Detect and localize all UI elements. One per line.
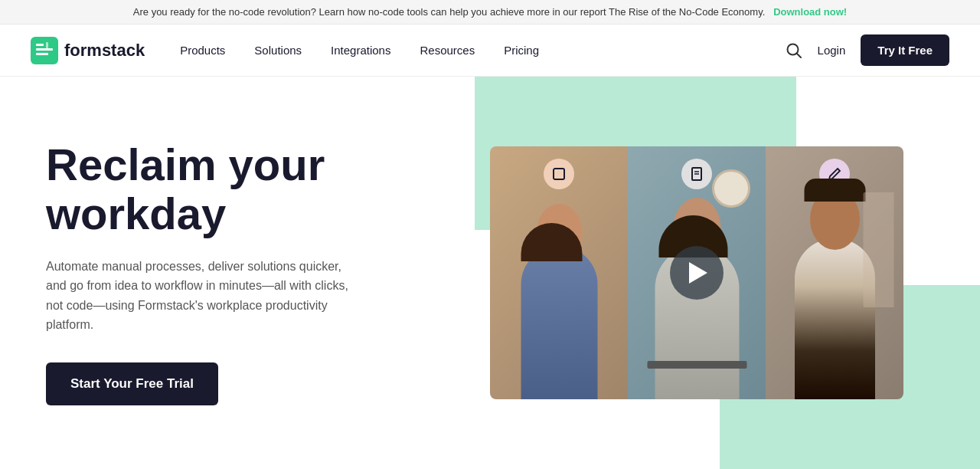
nav-item-pricing[interactable]: Pricing: [492, 38, 551, 63]
nav-item-integrations[interactable]: Integrations: [318, 38, 403, 63]
banner-text: Are you ready for the no-code revolution…: [133, 6, 766, 18]
hero-title: Reclaim your workday: [46, 140, 352, 238]
logo-icon: [31, 37, 58, 64]
nav-item-solutions[interactable]: Solutions: [242, 38, 314, 63]
video-panel-2: [628, 146, 766, 399]
nav-links: Products Solutions Integrations Resource…: [168, 38, 785, 63]
svg-rect-1: [36, 44, 44, 46]
try-it-free-button[interactable]: Try It Free: [861, 34, 949, 66]
hero-content: Reclaim your workday Automate manual pro…: [0, 110, 398, 436]
play-button[interactable]: [670, 246, 724, 300]
banner-cta-link[interactable]: Download now!: [773, 6, 847, 18]
logo-text: formstack: [64, 41, 145, 61]
nav-item-products[interactable]: Products: [168, 38, 237, 63]
hero-title-line1: Reclaim your: [46, 139, 325, 189]
wall-clock: [712, 169, 750, 208]
nav-item-resources[interactable]: Resources: [407, 38, 487, 63]
svg-rect-4: [46, 42, 48, 48]
video-container[interactable]: [490, 146, 903, 399]
search-button[interactable]: [786, 42, 802, 59]
announcement-banner: Are you ready for the no-code revolution…: [0, 0, 980, 25]
login-link[interactable]: Login: [818, 44, 846, 57]
hero-description: Automate manual processes, deliver solut…: [46, 257, 352, 335]
hero-title-line2: workday: [46, 189, 226, 238]
search-icon: [786, 42, 802, 59]
logo-link[interactable]: formstack: [31, 37, 145, 64]
svg-line-6: [796, 53, 801, 57]
svg-rect-2: [36, 48, 53, 51]
start-trial-button[interactable]: Start Your Free Trial: [46, 362, 218, 405]
svg-rect-3: [36, 53, 48, 55]
nav-right: Login Try It Free: [786, 34, 949, 66]
video-panel-1: [490, 146, 628, 399]
video-panel-3: [766, 146, 903, 399]
main-nav: formstack Products Solutions Integration…: [0, 25, 980, 77]
play-triangle-icon: [689, 262, 707, 284]
hero-section: Reclaim your workday Automate manual pro…: [0, 77, 980, 469]
hero-video: [490, 146, 903, 399]
